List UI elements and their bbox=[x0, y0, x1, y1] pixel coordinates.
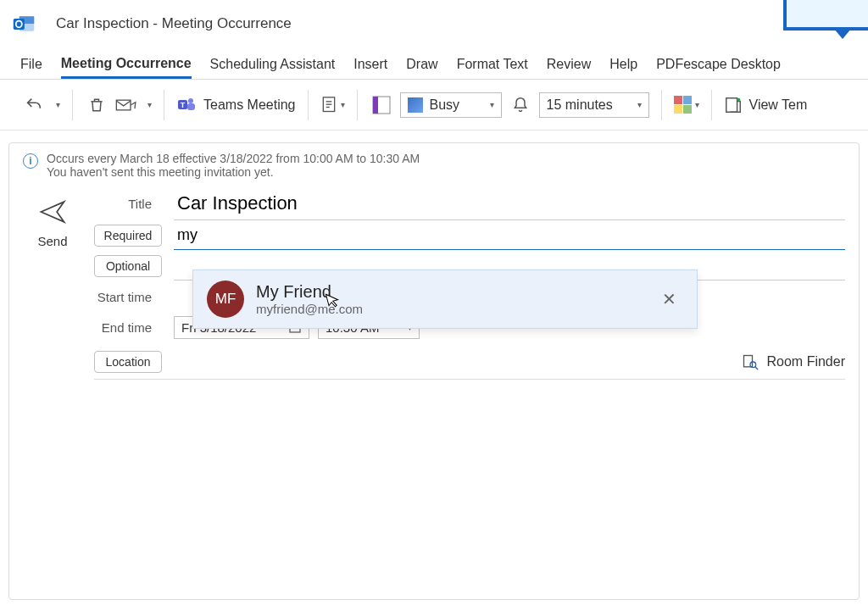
undo-button[interactable] bbox=[22, 93, 46, 117]
tab-draw[interactable]: Draw bbox=[406, 57, 437, 79]
title-type: Meeting Occurrence bbox=[162, 15, 292, 31]
info-bar: i Occurs every March 18 effective 3/18/2… bbox=[23, 152, 845, 187]
optional-button[interactable]: Optional bbox=[94, 255, 162, 277]
title-input[interactable] bbox=[174, 187, 845, 220]
chevron-down-icon: ▾ bbox=[490, 100, 494, 109]
divider bbox=[357, 90, 358, 120]
svg-text:T: T bbox=[181, 101, 186, 109]
meeting-notes-button[interactable]: ▾ bbox=[320, 93, 345, 117]
tab-insert[interactable]: Insert bbox=[353, 57, 387, 79]
forward-button[interactable] bbox=[115, 93, 137, 117]
forward-dropdown[interactable]: ▾ bbox=[147, 100, 152, 109]
svg-rect-8 bbox=[187, 103, 195, 110]
send-icon bbox=[38, 197, 67, 229]
show-as-icon[interactable] bbox=[370, 93, 393, 117]
info-icon: i bbox=[23, 153, 38, 169]
send-button[interactable]: Send bbox=[23, 192, 82, 253]
outlook-icon bbox=[12, 12, 36, 36]
svg-rect-21 bbox=[743, 355, 752, 366]
divider bbox=[72, 90, 73, 120]
reminder-bell-icon[interactable] bbox=[509, 93, 532, 117]
tab-meeting-occurrence[interactable]: Meeting Occurrence bbox=[61, 56, 192, 79]
teams-icon: T bbox=[176, 95, 197, 115]
undo-dropdown[interactable]: ▾ bbox=[56, 100, 60, 109]
avatar: MF bbox=[207, 281, 244, 318]
teams-label: Teams Meeting bbox=[203, 97, 296, 113]
end-time-label: End time bbox=[94, 320, 162, 335]
status-label: Busy bbox=[430, 97, 460, 113]
title-subject: Car Inspection bbox=[56, 15, 149, 31]
chevron-down-icon: ▾ bbox=[637, 100, 642, 109]
svg-point-7 bbox=[188, 98, 193, 103]
room-finder-button[interactable]: Room Finder bbox=[742, 353, 845, 370]
titlebar: Car Inspection - Meeting Occurrence bbox=[0, 0, 868, 47]
notes-dropdown[interactable]: ▾ bbox=[341, 100, 345, 109]
divider bbox=[661, 90, 662, 120]
contact-autocomplete-popup: MF My Friend myfriend@me.com ✕ bbox=[192, 269, 698, 329]
svg-point-16 bbox=[737, 97, 740, 101]
svg-rect-14 bbox=[373, 97, 378, 114]
send-label: Send bbox=[37, 234, 67, 248]
tab-format-text[interactable]: Format Text bbox=[457, 57, 528, 79]
categorize-icon bbox=[674, 96, 692, 114]
tab-scheduling-assistant[interactable]: Scheduling Assistant bbox=[210, 57, 336, 79]
compose-pane: i Occurs every March 18 effective 3/18/2… bbox=[8, 142, 860, 600]
view-templates-button[interactable]: View Tem bbox=[724, 96, 808, 114]
title-label: Title bbox=[94, 197, 162, 211]
window-title: Car Inspection - Meeting Occurrence bbox=[56, 15, 292, 32]
tab-pdfescape[interactable]: PDFescape Desktop bbox=[656, 57, 781, 79]
required-input[interactable] bbox=[174, 221, 845, 250]
ribbon-tabs: File Meeting Occurrence Scheduling Assis… bbox=[0, 47, 868, 80]
svg-point-22 bbox=[750, 362, 756, 368]
location-input[interactable] bbox=[174, 347, 742, 375]
divider bbox=[164, 90, 164, 120]
not-sent-info: You haven't sent this meeting invitation… bbox=[47, 165, 420, 179]
autocomplete-item[interactable]: MF My Friend myfriend@me.com ✕ bbox=[193, 270, 697, 328]
reminder-label: 15 minutes bbox=[547, 97, 613, 113]
recurrence-info: Occurs every March 18 effective 3/18/202… bbox=[47, 152, 420, 165]
required-button[interactable]: Required bbox=[94, 225, 162, 247]
contact-name: My Friend bbox=[256, 282, 643, 302]
contact-email: myfriend@me.com bbox=[256, 302, 643, 316]
template-icon bbox=[724, 96, 743, 114]
divider bbox=[711, 90, 712, 120]
divider bbox=[308, 90, 309, 120]
chevron-down-icon: ▾ bbox=[695, 100, 699, 109]
delete-button[interactable] bbox=[85, 93, 108, 117]
categorize-button[interactable]: ▾ bbox=[674, 93, 699, 117]
toolbar: ▾ ▾ T Teams Meeting ▾ Busy bbox=[0, 80, 868, 131]
room-finder-label: Room Finder bbox=[767, 354, 845, 369]
title-sep: - bbox=[149, 15, 162, 31]
svg-line-23 bbox=[754, 366, 757, 369]
show-as-dropdown[interactable]: Busy ▾ bbox=[400, 92, 502, 118]
busy-color-icon bbox=[408, 97, 423, 113]
location-button[interactable]: Location bbox=[94, 351, 162, 373]
reminder-dropdown[interactable]: 15 minutes ▾ bbox=[539, 92, 649, 118]
tab-review[interactable]: Review bbox=[547, 57, 591, 79]
svg-rect-4 bbox=[116, 100, 131, 110]
decorative-overlay bbox=[783, 0, 868, 31]
start-time-label: Start time bbox=[94, 290, 162, 304]
tab-file[interactable]: File bbox=[20, 57, 42, 79]
tab-help[interactable]: Help bbox=[609, 57, 637, 79]
teams-meeting-button[interactable]: T Teams Meeting bbox=[176, 95, 296, 115]
svg-rect-15 bbox=[726, 97, 737, 112]
remove-suggestion-button[interactable]: ✕ bbox=[655, 286, 683, 313]
room-finder-icon bbox=[742, 353, 759, 370]
view-templates-label: View Tem bbox=[749, 97, 808, 113]
